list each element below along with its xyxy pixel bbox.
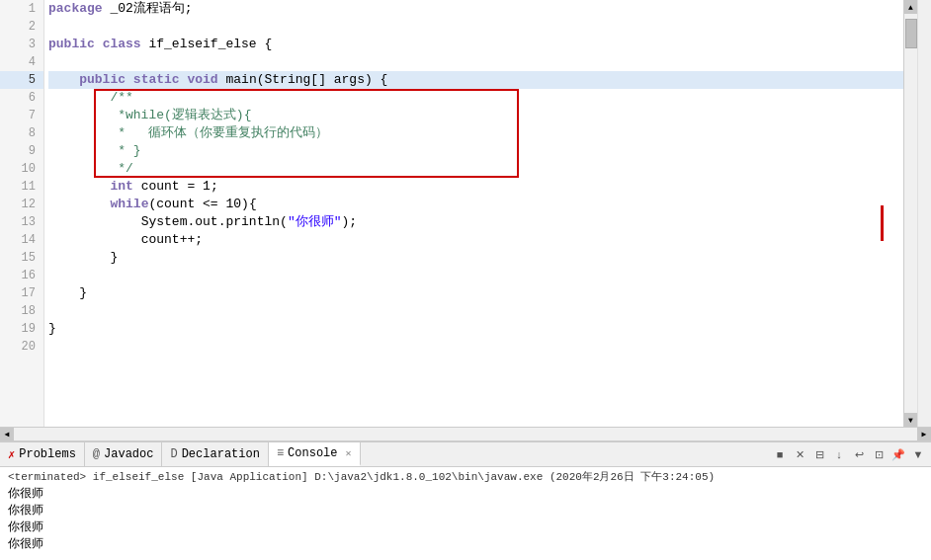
code-line: public class if_elseif_else { [48, 36, 903, 53]
code-line: } [48, 284, 903, 302]
tab-javadoc[interactable]: @ Javadoc [85, 442, 163, 466]
console-output-area: <terminated> if_elseif_else [Java Applic… [0, 467, 931, 560]
word-wrap-button[interactable]: ↩ [850, 445, 868, 463]
vertical-scrollbar[interactable]: ▲ ▼ [903, 0, 917, 427]
red-cursor-indicator [881, 205, 884, 241]
tab-declaration[interactable]: D Declaration [162, 442, 268, 466]
code-line: */ [48, 160, 903, 178]
tab-console-label: Console [288, 446, 337, 460]
tab-toolbar: ■ ✕ ⊟ ↓ ↩ ⊡ 📌 ▼ [771, 445, 931, 463]
tab-declaration-label: Declaration [182, 447, 260, 461]
console-close[interactable]: ✕ [346, 447, 352, 459]
code-line: * } [48, 142, 903, 160]
scroll-up-arrow[interactable]: ▲ [904, 0, 918, 14]
terminate-button[interactable]: ■ [771, 445, 789, 463]
scrollbar-track[interactable] [904, 14, 917, 413]
scroll-left-arrow[interactable]: ◀ [0, 428, 14, 441]
javadoc-icon: @ [93, 447, 100, 461]
horizontal-scrollbar[interactable]: ◀ ▶ [0, 427, 931, 440]
console-output-line-1: 你很师 [8, 486, 923, 503]
problems-icon: ✗ [8, 447, 15, 462]
code-line: count++; [48, 231, 903, 249]
code-line [48, 18, 903, 36]
tab-problems-label: Problems [19, 447, 76, 461]
code-line: /** [48, 89, 903, 107]
code-container: 1 2 3 4 5 6 7 8 9 10 11 12 13 14 15 16 1… [0, 0, 931, 427]
code-area[interactable]: package _02流程语句; public class if_elseif_… [44, 0, 903, 427]
scroll-down-arrow[interactable]: ▼ [904, 413, 918, 427]
code-line [48, 267, 903, 284]
bottom-panel: ✗ Problems @ Javadoc D Declaration ≡ Con… [0, 441, 931, 560]
code-line [48, 302, 903, 320]
editor-area: 1 2 3 4 5 6 7 8 9 10 11 12 13 14 15 16 1… [0, 0, 931, 441]
console-output-line-2: 你很师 [8, 503, 923, 520]
code-line: package _02流程语句; [48, 0, 903, 18]
code-line: *while(逻辑表达式){ [48, 107, 903, 124]
right-change-panel [917, 0, 931, 427]
line-numbers: 1 2 3 4 5 6 7 8 9 10 11 12 13 14 15 16 1… [0, 0, 44, 427]
open-console-button[interactable]: ⊡ [870, 445, 888, 463]
remove-all-button[interactable]: ✕ [791, 445, 808, 463]
code-line: System.out.println("你很师"); [48, 213, 903, 231]
tab-console[interactable]: ≡ Console ✕ [269, 442, 361, 466]
tab-javadoc-label: Javadoc [104, 447, 153, 461]
console-header: <terminated> if_elseif_else [Java Applic… [8, 469, 923, 484]
pin-console-button[interactable]: 📌 [889, 445, 907, 463]
code-line: } [48, 320, 903, 338]
tab-bar: ✗ Problems @ Javadoc D Declaration ≡ Con… [0, 441, 931, 467]
console-output-line-3: 你很师 [8, 520, 923, 536]
code-line [48, 338, 903, 356]
scrollbar-thumb[interactable] [905, 19, 917, 48]
code-line [48, 53, 903, 71]
clear-console-button[interactable]: ⊟ [810, 445, 828, 463]
code-line: } [48, 249, 903, 267]
code-line: while(count <= 10){ [48, 196, 903, 213]
tab-problems[interactable]: ✗ Problems [0, 442, 85, 466]
declaration-icon: D [170, 447, 177, 461]
view-menu-button[interactable]: ▼ [909, 445, 927, 463]
h-scrollbar-track[interactable] [14, 428, 917, 440]
code-line-current: public static void main(String[] args) { [48, 71, 903, 89]
scroll-lock-button[interactable]: ↓ [830, 445, 848, 463]
console-output-line-4: 你很师 [8, 536, 923, 553]
code-line: int count = 1; [48, 178, 903, 196]
code-line: * 循环体（你要重复执行的代码） [48, 124, 903, 142]
console-icon: ≡ [277, 446, 284, 460]
scroll-right-arrow[interactable]: ▶ [917, 428, 931, 441]
